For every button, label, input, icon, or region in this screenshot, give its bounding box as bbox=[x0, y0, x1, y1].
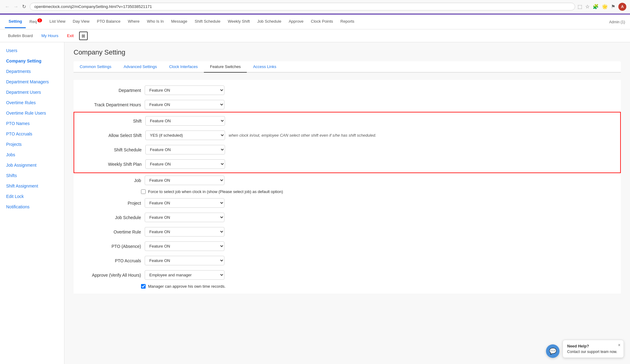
manager-approve-checkbox[interactable] bbox=[141, 284, 146, 289]
form-row-shift-schedule: Shift ScheduleFeature ONFeature OFFYES (… bbox=[74, 142, 620, 157]
sidebar-item-departments[interactable]: Departments bbox=[0, 66, 64, 77]
sidebar-item-projects[interactable]: Projects bbox=[0, 139, 64, 150]
forward-button[interactable]: → bbox=[12, 3, 20, 10]
form-hint-allow-select-shift: when clock in/out, employee CAN select o… bbox=[229, 133, 376, 138]
sidebar-item-shift-assignment[interactable]: Shift Assignment bbox=[0, 181, 64, 191]
help-close-button[interactable]: × bbox=[618, 343, 620, 347]
select-weekly-shift-plan[interactable]: Feature ONFeature OFFYES (if scheduled)Y… bbox=[145, 159, 225, 169]
sidebar-item-pto-accruals[interactable]: PTO Accruals bbox=[0, 129, 64, 139]
select-approve-verify-all-hours[interactable]: Employee and managerFeature ONFeature OF… bbox=[145, 270, 224, 280]
form-label-shift-schedule: Shift Schedule bbox=[80, 147, 142, 152]
nav-tabs: SettingReq1List ViewDay ViewPTO BalanceW… bbox=[5, 15, 358, 28]
form-label-department: Department bbox=[80, 88, 141, 93]
select-overtime-rule[interactable]: Feature ONFeature OFFYES (if scheduled)Y… bbox=[145, 227, 224, 237]
my-hours-link[interactable]: My Hours bbox=[38, 31, 62, 40]
select-job-schedule[interactable]: Feature ONFeature OFFYES (if scheduled)Y… bbox=[145, 213, 224, 222]
form-row-pto-accruals: PTO AccrualsFeature ONFeature OFFYES (if… bbox=[74, 253, 621, 268]
admin-label: Admin (1) bbox=[609, 20, 625, 24]
form-label-allow-select-shift: Allow Select Shift bbox=[80, 133, 142, 138]
job-force-select-checkbox[interactable] bbox=[141, 189, 146, 194]
sidebar: UsersCompany SettingDepartmentsDepartmen… bbox=[0, 42, 64, 364]
sidebar-item-company-setting[interactable]: Company Setting bbox=[0, 56, 64, 66]
reload-button[interactable]: ↻ bbox=[21, 3, 27, 10]
select-pto-absence[interactable]: Feature ONFeature OFFYES (if scheduled)Y… bbox=[145, 241, 224, 251]
nav-tab-job-schedule[interactable]: Job Schedule bbox=[254, 15, 285, 28]
form-label-job-schedule: Job Schedule bbox=[80, 215, 141, 220]
nav-tab-setting[interactable]: Setting bbox=[5, 15, 26, 28]
back-button[interactable]: ← bbox=[4, 3, 11, 10]
address-bar[interactable] bbox=[30, 3, 575, 10]
sidebar-item-overtime-rule-users[interactable]: Overtime Rule Users bbox=[0, 108, 64, 118]
form-row-job-schedule: Job ScheduleFeature ONFeature OFFYES (if… bbox=[74, 210, 621, 225]
nav-tab-reports[interactable]: Reports bbox=[337, 15, 358, 28]
bookmark-icon[interactable]: ☆ bbox=[585, 4, 590, 9]
job-checkbox-label: Force to select job when clock in (show … bbox=[148, 189, 283, 194]
job-checkbox-row: Force to select job when clock in (show … bbox=[74, 188, 621, 196]
nav-tab-day-view[interactable]: Day View bbox=[69, 15, 93, 28]
sidebar-item-edit-lock[interactable]: Edit Lock bbox=[0, 191, 64, 202]
tab-clock-interfaces[interactable]: Clock Interfaces bbox=[163, 61, 204, 73]
user-avatar[interactable]: A bbox=[618, 3, 626, 11]
exit-link[interactable]: Exit bbox=[64, 31, 77, 40]
select-shift-schedule[interactable]: Feature ONFeature OFFYES (if scheduled)Y… bbox=[145, 145, 225, 154]
form-row-job: JobFeature ONFeature OFFYES (if schedule… bbox=[74, 173, 621, 188]
sidebar-item-overtime-rules[interactable]: Overtime Rules bbox=[0, 97, 64, 108]
nav-tab-pto-balance[interactable]: PTO Balance bbox=[93, 15, 124, 28]
flag-icon[interactable]: ⚑ bbox=[611, 4, 615, 9]
form-row-project: ProjectFeature ONFeature OFFYES (if sche… bbox=[74, 196, 621, 210]
sidebar-item-jobs[interactable]: Jobs bbox=[0, 150, 64, 160]
nav-tab-req[interactable]: Req1 bbox=[26, 15, 46, 28]
help-subtitle: Contact our support team now. bbox=[567, 350, 619, 354]
form-label-weekly-shift-plan: Weekly Shift Plan bbox=[80, 162, 142, 167]
sidebar-item-notifications[interactable]: Notifications bbox=[0, 202, 64, 212]
manager-checkbox-row: Manager can approve his own time records… bbox=[74, 282, 621, 290]
form-label-shift: Shift bbox=[80, 119, 142, 123]
sidebar-item-users[interactable]: Users bbox=[0, 45, 64, 56]
cast-icon[interactable]: ⬚ bbox=[578, 4, 582, 9]
form-row-department: DepartmentFeature ONFeature OFFYES (if s… bbox=[74, 83, 621, 97]
nav-tab-shift-schedule[interactable]: Shift Schedule bbox=[191, 15, 224, 28]
tab-access-links[interactable]: Access Links bbox=[247, 61, 282, 73]
nav-tab-clock-points[interactable]: Clock Points bbox=[307, 15, 337, 28]
sidebar-item-department-managers[interactable]: Department Managers bbox=[0, 77, 64, 87]
shift-feature-section: ShiftFeature ONFeature OFFYES (if schedu… bbox=[74, 112, 621, 173]
bulletin-board-link[interactable]: Bulletin Board bbox=[5, 31, 36, 40]
manager-checkbox-label: Manager can approve his own time records… bbox=[148, 284, 226, 289]
nav-tab-where[interactable]: Where bbox=[124, 15, 143, 28]
form-row-approve-verify-all-hours: Approve (Verify All Hours)Employee and m… bbox=[74, 268, 621, 282]
form-label-pto-accruals: PTO Accruals bbox=[80, 258, 141, 263]
puzzle-icon[interactable]: 🌟 bbox=[602, 4, 608, 9]
nav-tab-message[interactable]: Message bbox=[167, 15, 191, 28]
app-nav: SettingReq1List ViewDay ViewPTO BalanceW… bbox=[0, 15, 630, 29]
form-label-project: Project bbox=[80, 201, 141, 206]
select-pto-accruals[interactable]: Feature ONFeature OFFYES (if scheduled)Y… bbox=[145, 256, 224, 265]
nav-tab-weekly-shift[interactable]: Weekly Shift bbox=[224, 15, 254, 28]
select-allow-select-shift[interactable]: YES (if scheduled)Feature ONFeature OFFY… bbox=[145, 131, 225, 140]
nav-tab-who-is-in[interactable]: Who Is In bbox=[143, 15, 167, 28]
help-chat-button[interactable]: 💬 bbox=[546, 344, 559, 358]
browser-bar: ← → ↻ ⬚ ☆ 🧩 🌟 ⚑ A bbox=[0, 0, 630, 13]
form-row-shift: ShiftFeature ONFeature OFFYES (if schedu… bbox=[74, 114, 620, 128]
sidebar-item-department-users[interactable]: Department Users bbox=[0, 87, 64, 97]
tab-common-settings[interactable]: Common Settings bbox=[74, 61, 117, 73]
select-track-department-hours[interactable]: Feature ONFeature OFFYES (if scheduled)Y… bbox=[145, 100, 224, 109]
form-section: DepartmentFeature ONFeature OFFYES (if s… bbox=[74, 80, 621, 294]
form-row-allow-select-shift: Allow Select ShiftYES (if scheduled)Feat… bbox=[74, 128, 620, 142]
sidebar-item-shifts[interactable]: Shifts bbox=[0, 170, 64, 181]
sidebar-item-job-assignment[interactable]: Job Assignment bbox=[0, 160, 64, 170]
form-label-overtime-rule: Overtime Rule bbox=[80, 229, 141, 234]
tab-advanced-settings[interactable]: Advanced Settings bbox=[117, 61, 163, 73]
nav-tab-list-view[interactable]: List View bbox=[46, 15, 69, 28]
select-shift[interactable]: Feature ONFeature OFFYES (if scheduled)Y… bbox=[145, 116, 225, 126]
tab-feature-switches[interactable]: Feature Switches bbox=[204, 61, 247, 73]
nav-tab-approve[interactable]: Approve bbox=[285, 15, 307, 28]
select-department[interactable]: Feature ONFeature OFFYES (if scheduled)Y… bbox=[145, 85, 224, 95]
select-job[interactable]: Feature ONFeature OFFYES (if scheduled)Y… bbox=[145, 176, 224, 185]
help-title: Need Help? bbox=[567, 344, 619, 348]
monitor-icon[interactable]: ⊠ bbox=[79, 32, 88, 40]
select-project[interactable]: Feature ONFeature OFFYES (if scheduled)Y… bbox=[145, 198, 224, 208]
app-body: UsersCompany SettingDepartmentsDepartmen… bbox=[0, 42, 630, 364]
sidebar-item-pto-names[interactable]: PTO Names bbox=[0, 118, 64, 129]
form-label-job: Job bbox=[80, 178, 141, 183]
extension-icon[interactable]: 🧩 bbox=[593, 4, 599, 9]
